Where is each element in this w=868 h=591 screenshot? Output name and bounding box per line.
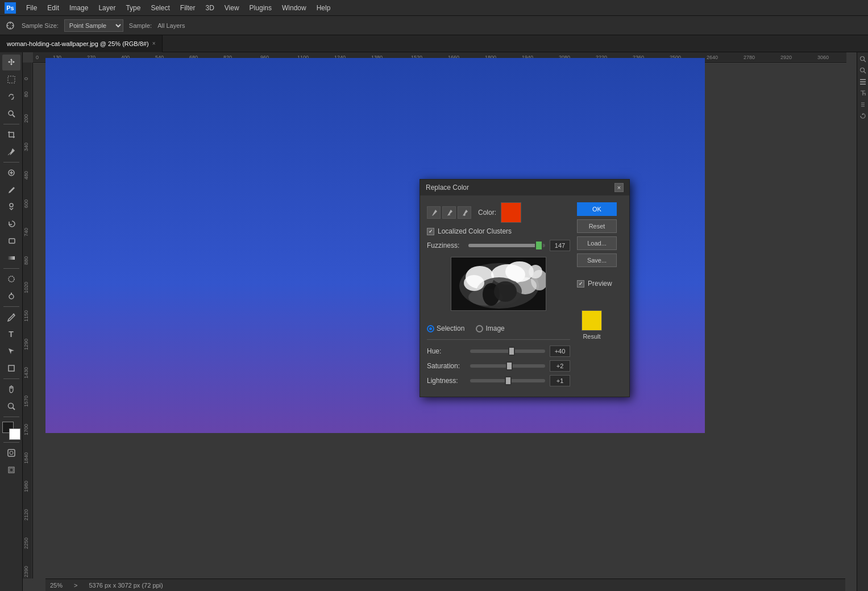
artboards-tool[interactable] <box>2 462 20 478</box>
svg-line-21 <box>13 408 15 410</box>
gradient-tool[interactable] <box>2 250 20 266</box>
load-button[interactable]: Load... <box>577 236 617 250</box>
preview-checkbox[interactable] <box>577 280 584 288</box>
menu-plugins[interactable]: Plugins <box>245 2 276 14</box>
history-brush-tool[interactable] <box>2 216 20 232</box>
marquee-tool[interactable] <box>2 72 20 88</box>
hue-track[interactable] <box>470 349 545 353</box>
svg-text:740: 740 <box>23 228 29 236</box>
menu-layer[interactable]: Layer <box>94 2 120 14</box>
crop-tool[interactable] <box>2 127 20 143</box>
localized-clusters-checkbox[interactable] <box>427 228 434 235</box>
reset-button[interactable]: Reset <box>577 219 617 233</box>
image-radio-btn[interactable] <box>476 325 483 332</box>
search2-btn[interactable] <box>858 66 867 75</box>
brush-tool[interactable] <box>2 182 20 198</box>
save-button[interactable]: Save... <box>577 253 617 267</box>
text-tool[interactable]: T <box>2 326 20 342</box>
zoom-tool[interactable] <box>2 398 20 414</box>
fuzziness-thumb[interactable] <box>535 240 543 251</box>
svg-rect-19 <box>9 365 14 371</box>
menu-window[interactable]: Window <box>277 2 311 14</box>
lightness-track[interactable] <box>470 379 545 382</box>
svg-text:2920: 2920 <box>780 55 792 60</box>
collapse-btn[interactable] <box>858 100 867 109</box>
svg-point-119 <box>860 57 864 61</box>
toolbar-separator-1 <box>3 124 19 124</box>
color-swatches[interactable] <box>2 422 20 440</box>
saturation-track[interactable] <box>470 364 545 368</box>
menu-view[interactable]: View <box>220 2 244 14</box>
search-btn[interactable] <box>858 55 867 64</box>
menu-edit[interactable]: Edit <box>43 2 64 14</box>
clone-tool[interactable] <box>2 199 20 215</box>
hand-tool[interactable] <box>2 381 20 397</box>
sample-size-label: Sample Size: <box>22 22 59 29</box>
fuzziness-value[interactable]: 147 <box>550 240 570 251</box>
dialog-title: Replace Color <box>426 184 469 192</box>
sample-size-dropdown[interactable]: Point Sample 3 by 3 Average 5 by 5 Avera… <box>64 19 123 32</box>
result-swatch[interactable] <box>582 310 602 331</box>
quick-select-tool[interactable] <box>2 106 20 122</box>
panel-options-btn[interactable] <box>858 77 867 86</box>
ok-button[interactable]: OK <box>577 202 617 216</box>
hue-thumb[interactable] <box>508 347 515 356</box>
menu-filter[interactable]: Filter <box>176 2 200 14</box>
image-radio[interactable]: Image <box>476 324 504 332</box>
lightness-value[interactable]: +1 <box>550 375 570 386</box>
lasso-tool[interactable] <box>2 89 20 105</box>
menu-3d[interactable]: 3D <box>201 2 218 14</box>
svg-text:200: 200 <box>23 114 29 123</box>
svg-text:1430: 1430 <box>23 367 29 378</box>
saturation-value[interactable]: +2 <box>550 360 570 372</box>
svg-rect-123 <box>860 79 866 80</box>
tab-close-button[interactable]: × <box>152 40 156 47</box>
menu-image[interactable]: Image <box>65 2 93 14</box>
svg-text:0: 0 <box>36 55 39 60</box>
dialog-close-button[interactable]: × <box>614 183 624 192</box>
dialog-titlebar[interactable]: Replace Color × <box>420 180 629 195</box>
blur-tool[interactable] <box>2 271 20 287</box>
expand-btn[interactable] <box>858 89 867 98</box>
menu-select[interactable]: Select <box>146 2 174 14</box>
menu-help[interactable]: Help <box>312 2 335 14</box>
svg-rect-5 <box>8 76 15 83</box>
color-swatch[interactable] <box>501 202 521 223</box>
right-panel <box>857 52 868 591</box>
menu-type[interactable]: Type <box>121 2 145 14</box>
eyedropper-tool[interactable] <box>2 144 20 160</box>
status-arrow[interactable]: > <box>74 582 77 589</box>
selection-radio-btn[interactable] <box>427 325 434 332</box>
svg-text:1570: 1570 <box>23 396 29 407</box>
svg-text:2640: 2640 <box>707 55 718 60</box>
dialog-body: Color: Localized Color Clusters Fuzzines… <box>420 195 629 397</box>
quick-mask-tool[interactable] <box>2 445 20 461</box>
options-bar: Sample Size: Point Sample 3 by 3 Average… <box>0 16 868 35</box>
selection-radio[interactable]: Selection <box>427 324 464 332</box>
menu-file[interactable]: File <box>22 2 41 14</box>
dodge-tool[interactable] <box>2 288 20 304</box>
tab-document[interactable]: woman-holding-cat-wallpaper.jpg @ 25% (R… <box>0 35 163 52</box>
saturation-thumb[interactable] <box>506 361 513 371</box>
svg-rect-14 <box>8 256 15 260</box>
eyedropper-plus-tool[interactable] <box>458 206 471 219</box>
eyedropper-subtract-tool[interactable] <box>442 206 456 219</box>
shape-tool[interactable] <box>2 360 20 376</box>
svg-rect-124 <box>860 81 866 82</box>
svg-text:1290: 1290 <box>23 339 29 350</box>
eyedropper-add-tool[interactable] <box>427 206 441 219</box>
replace-color-dialog: Replace Color × <box>420 179 630 397</box>
rotate-btn[interactable] <box>858 111 867 120</box>
background-color[interactable] <box>9 428 20 440</box>
path-select-tool[interactable] <box>2 343 20 359</box>
pen-tool[interactable] <box>2 309 20 325</box>
lightness-thumb[interactable] <box>505 376 512 385</box>
fuzziness-track[interactable] <box>468 244 545 247</box>
sample-label: Sample: <box>129 22 152 29</box>
hue-value[interactable]: +40 <box>550 346 570 357</box>
eyedropper-tools-row <box>427 206 471 219</box>
dialog-right-panel: OK Reset Load... Save... Preview Result <box>577 202 622 340</box>
move-tool[interactable] <box>2 55 20 70</box>
eraser-tool[interactable] <box>2 233 20 249</box>
spot-heal-tool[interactable] <box>2 165 20 181</box>
